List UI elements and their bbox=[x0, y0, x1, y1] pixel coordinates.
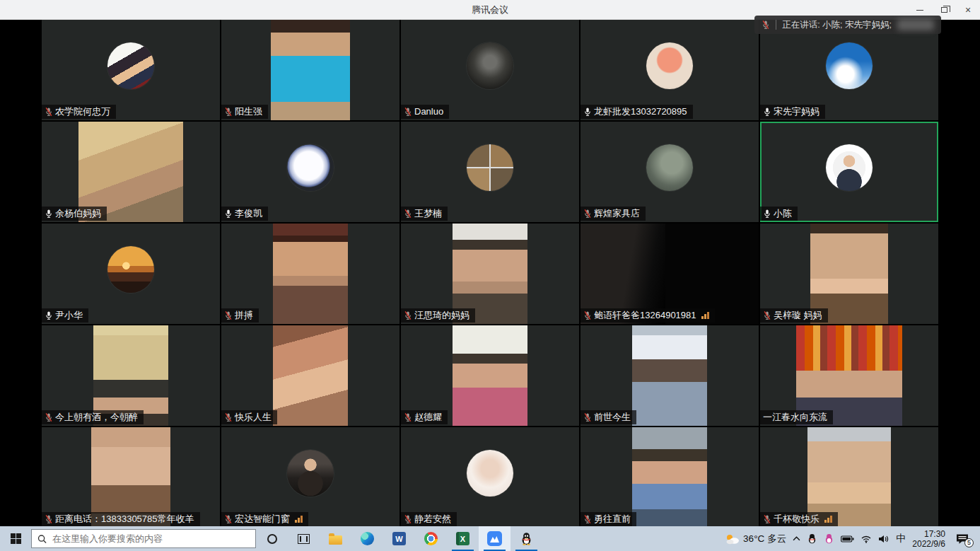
mic-status-icon bbox=[224, 311, 233, 320]
network-signal-icon bbox=[824, 516, 832, 523]
file-explorer-button[interactable] bbox=[320, 526, 351, 551]
participant-name: 汪思琦的妈妈 bbox=[414, 309, 469, 322]
participant-name: 王梦楠 bbox=[414, 207, 442, 220]
chrome-icon bbox=[424, 532, 438, 545]
participant-tile[interactable]: 阳生强 bbox=[221, 20, 399, 120]
mic-status-icon bbox=[45, 311, 53, 320]
participant-media bbox=[826, 42, 873, 89]
participant-name-label: 辉煌家具店 bbox=[581, 207, 646, 221]
participant-tile[interactable]: 距离电话：13833305785常年收羊 bbox=[42, 427, 220, 526]
network-icon bbox=[861, 535, 872, 543]
folder-icon bbox=[329, 535, 342, 545]
participant-name: 千杯敬快乐 bbox=[774, 513, 819, 526]
word-icon: W bbox=[392, 532, 406, 545]
participant-tile[interactable]: 拼搏 bbox=[221, 224, 399, 324]
weather-temp: 36°C bbox=[743, 533, 764, 544]
participant-name-label: 汪思琦的妈妈 bbox=[401, 308, 475, 323]
participant-tile[interactable]: 农学院何忠万 bbox=[42, 20, 220, 120]
participant-name: 吴梓璇 妈妈 bbox=[774, 309, 822, 322]
volume-icon bbox=[878, 535, 889, 543]
close-button[interactable]: × bbox=[956, 0, 980, 20]
taskbar-search-box[interactable] bbox=[31, 529, 256, 548]
mic-status-icon bbox=[583, 412, 592, 422]
tray-qq-button[interactable] bbox=[807, 533, 817, 544]
participant-name-label: Danluo bbox=[401, 105, 449, 119]
participant-tile[interactable]: 王梦楠 bbox=[401, 122, 579, 222]
battery-indicator[interactable] bbox=[841, 535, 854, 543]
mic-status-icon bbox=[583, 311, 592, 320]
participant-media bbox=[107, 246, 154, 293]
chrome-button[interactable] bbox=[415, 526, 447, 551]
weather-icon bbox=[725, 533, 740, 545]
excel-icon: X bbox=[456, 532, 469, 545]
participant-tile[interactable]: 今上朝有酒，今朝醉 bbox=[42, 325, 220, 426]
participant-tile[interactable]: 余杨伯妈妈 bbox=[42, 122, 220, 222]
mic-status-icon bbox=[404, 107, 412, 117]
ime-indicator[interactable]: 中 bbox=[896, 533, 906, 545]
volume-indicator[interactable] bbox=[878, 535, 889, 543]
participant-tile[interactable]: 勇往直前 bbox=[581, 427, 759, 526]
search-input[interactable] bbox=[52, 533, 250, 544]
edge-button[interactable] bbox=[351, 526, 383, 551]
participant-media bbox=[467, 450, 513, 497]
participant-tile[interactable]: 汪思琦的妈妈 bbox=[401, 224, 579, 324]
participant-tile[interactable]: Danluo bbox=[401, 20, 579, 120]
participant-tile[interactable]: 尹小华 bbox=[42, 224, 220, 324]
participant-tile[interactable]: 静若安然 bbox=[401, 427, 579, 526]
participant-tile[interactable]: 赵德耀 bbox=[401, 325, 579, 426]
participant-tile[interactable]: 辉煌家具店 bbox=[581, 122, 759, 222]
ime-label: 中 bbox=[896, 533, 906, 545]
participant-tile[interactable]: 前世今生 bbox=[581, 325, 759, 426]
participant-tile[interactable]: 一江春水向东流 bbox=[760, 325, 938, 426]
word-button[interactable]: W bbox=[383, 526, 415, 551]
tray-expand-button[interactable] bbox=[793, 536, 800, 541]
mic-status-icon bbox=[763, 107, 771, 117]
participant-name: 辉煌家具店 bbox=[594, 207, 640, 220]
participant-tile[interactable]: 龙虾批发13032720895 bbox=[581, 20, 759, 120]
network-signal-icon bbox=[295, 516, 303, 523]
participant-tile[interactable]: 小陈 bbox=[760, 122, 938, 222]
battery-icon bbox=[841, 535, 854, 543]
weather-widget[interactable]: 36°C 多云 bbox=[725, 533, 786, 545]
participant-media bbox=[287, 144, 334, 191]
participant-tile[interactable]: 快乐人生 bbox=[221, 325, 399, 426]
participant-name-label: 赵德耀 bbox=[401, 410, 448, 424]
action-center-button[interactable]: 5 bbox=[956, 533, 969, 545]
tray-qq-icon bbox=[807, 533, 817, 544]
clock-widget[interactable]: 17:30 2022/9/6 bbox=[912, 529, 945, 549]
participant-name: 一江春水向东流 bbox=[763, 411, 827, 424]
participant-tile[interactable]: 宋先宇妈妈 bbox=[760, 20, 938, 120]
participant-tile[interactable]: 吴梓璇 妈妈 bbox=[760, 224, 938, 324]
tray-pink-penguin-button[interactable] bbox=[824, 533, 834, 544]
qq-penguin-icon bbox=[520, 532, 533, 545]
tencent-meeting-button[interactable] bbox=[479, 526, 511, 551]
participant-media bbox=[632, 427, 707, 526]
task-view-button[interactable] bbox=[288, 526, 320, 551]
start-button[interactable] bbox=[0, 526, 31, 551]
participant-name: 快乐人生 bbox=[235, 411, 272, 424]
participant-name-label: 余杨伯妈妈 bbox=[42, 207, 107, 221]
qq-button[interactable] bbox=[511, 526, 542, 551]
participant-name: 今上朝有酒，今朝醉 bbox=[55, 411, 138, 424]
banner-divider bbox=[776, 20, 776, 30]
participant-tile[interactable]: 鲍语轩爸爸13264901981 bbox=[581, 224, 759, 324]
participant-name-label: 距离电话：13833305785常年收羊 bbox=[42, 512, 200, 526]
participant-tile[interactable]: 宏达智能门窗 bbox=[221, 427, 399, 526]
participant-tile[interactable]: 李俊凯 bbox=[221, 122, 399, 222]
participant-name-label: 王梦楠 bbox=[401, 207, 448, 221]
participant-grid: 农学院何忠万 阳生强 bbox=[0, 20, 980, 526]
network-signal-icon bbox=[701, 312, 709, 319]
participant-name: 李俊凯 bbox=[235, 207, 262, 220]
participant-name: Danluo bbox=[414, 105, 443, 118]
cortana-button[interactable] bbox=[256, 526, 288, 551]
participant-media bbox=[273, 224, 348, 324]
participant-name: 静若安然 bbox=[414, 513, 451, 526]
participant-name: 勇往直前 bbox=[594, 513, 631, 526]
participant-tile[interactable]: 千杯敬快乐 bbox=[760, 427, 938, 526]
system-tray: 36°C 多云 bbox=[725, 529, 980, 549]
participant-name-label: 李俊凯 bbox=[221, 207, 268, 221]
excel-button[interactable]: X bbox=[447, 526, 479, 551]
participant-name-label: 前世今生 bbox=[581, 410, 636, 424]
mic-status-icon bbox=[763, 514, 771, 524]
network-indicator[interactable] bbox=[861, 535, 872, 543]
